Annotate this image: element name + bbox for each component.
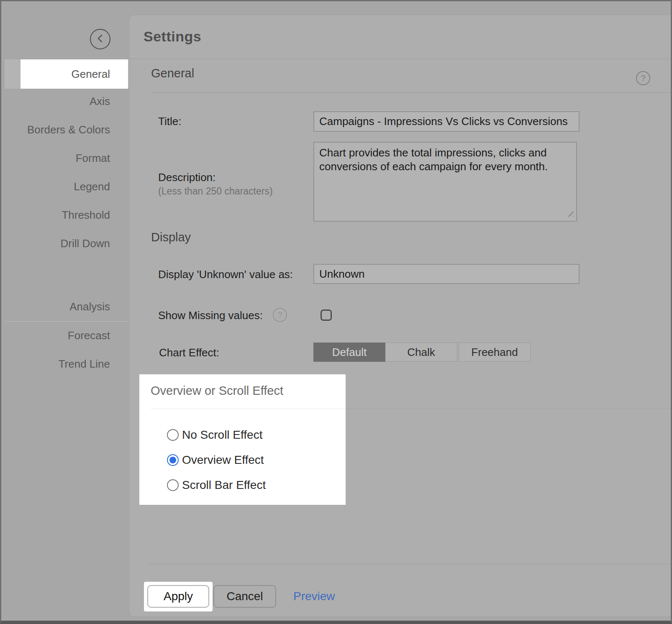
chevron-left-icon [96, 33, 105, 45]
chart-effect-default-button[interactable]: Default [313, 343, 385, 362]
sidebar-item-axis[interactable]: Axis [1, 87, 129, 115]
radio-option-scroll-bar-effect[interactable]: Scroll Bar Effect [167, 478, 266, 492]
scroll-effect-spotlight: Overview or Scroll Effect No Scroll Effe… [139, 374, 346, 505]
sidebar-analysis-items: ForecastTrend Line [1, 321, 129, 378]
radio-selected-icon[interactable] [167, 454, 179, 466]
radio-option-label[interactable]: Scroll Bar Effect [182, 478, 266, 492]
sidebar-item-borders-colors[interactable]: Borders & Colors [1, 115, 129, 144]
unknown-value-label: Display 'Unknown' value as: [158, 268, 293, 281]
settings-screen: Settings ? General AxisBorders & ColorsF… [0, 0, 672, 624]
radio-unselected-icon[interactable] [167, 479, 179, 491]
back-button[interactable] [90, 29, 110, 49]
missing-values-checkbox[interactable] [321, 309, 332, 321]
radio-dot [169, 457, 176, 463]
general-section-divider [151, 92, 672, 93]
radio-unselected-icon[interactable] [167, 429, 179, 441]
description-label: Description: [158, 171, 215, 184]
sidebar-item-threshold[interactable]: Threshold [1, 201, 129, 229]
chart-effect-segmented-control: DefaultChalkFreehand [313, 343, 531, 362]
display-section-heading: Display [151, 230, 191, 244]
preview-link[interactable]: Preview [293, 585, 335, 608]
radio-option-label[interactable]: No Scroll Effect [182, 428, 262, 442]
scroll-effect-heading-divider [151, 409, 346, 409]
sidebar-chart-items: AxisBorders & ColorsFormatLegendThreshol… [1, 87, 129, 258]
chart-effect-freehand-button[interactable]: Freehand [459, 343, 531, 362]
footer-divider [149, 564, 672, 564]
sidebar-item-forecast[interactable]: Forecast [1, 321, 129, 350]
chart-effect-chalk-button[interactable]: Chalk [385, 343, 457, 362]
header-divider [129, 59, 672, 59]
sidebar-item-format[interactable]: Format [1, 144, 129, 172]
question-mark-icon: ? [277, 310, 282, 320]
help-icon[interactable]: ? [636, 71, 650, 85]
unknown-value-input[interactable] [313, 264, 580, 284]
question-mark-icon: ? [641, 73, 646, 83]
cancel-button[interactable]: Cancel [213, 585, 276, 608]
apply-button[interactable]: Apply [147, 585, 209, 608]
radio-dot [169, 432, 176, 438]
missing-values-label: Show Missing values: [158, 309, 263, 322]
general-section-heading: General [151, 66, 194, 80]
sidebar-item-drill-down[interactable]: Drill Down [1, 229, 129, 258]
description-textarea[interactable]: Chart provides the total impressions, cl… [313, 142, 577, 222]
radio-option-overview-effect[interactable]: Overview Effect [167, 453, 264, 467]
radio-dot [169, 482, 176, 488]
scroll-effect-heading: Overview or Scroll Effect [151, 384, 283, 398]
sidebar-group-analysis[interactable]: Analysis [1, 292, 129, 321]
sidebar-item-general-highlighted[interactable]: General [21, 59, 128, 89]
page-title: Settings [144, 15, 201, 59]
description-hint: (Less than 250 characters) [158, 186, 273, 197]
sidebar-item-legend[interactable]: Legend [1, 172, 129, 201]
radio-option-no-scroll-effect[interactable]: No Scroll Effect [167, 428, 262, 442]
title-input[interactable] [313, 111, 580, 132]
missing-values-help-icon[interactable]: ? [273, 308, 287, 322]
title-label: Title: [158, 115, 181, 128]
chart-effect-label: Chart Effect: [159, 346, 219, 359]
sidebar-item-trend-line[interactable]: Trend Line [1, 350, 129, 378]
radio-option-label[interactable]: Overview Effect [182, 453, 264, 467]
